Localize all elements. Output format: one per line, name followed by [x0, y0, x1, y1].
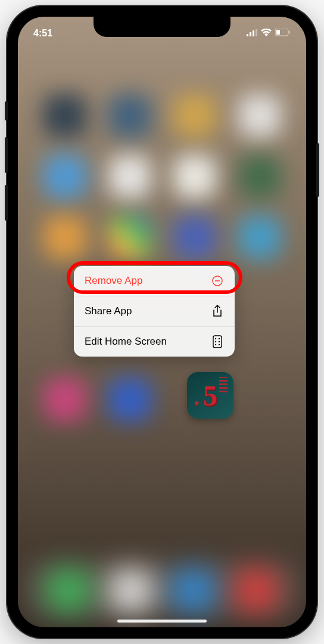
remove-app-item[interactable]: Remove App: [74, 266, 235, 296]
svg-point-12: [215, 341, 216, 342]
icon-row: [18, 378, 306, 421]
wifi-icon: [261, 28, 272, 39]
blurred-app-icon: [43, 94, 86, 137]
blurred-app-icon: [238, 378, 281, 421]
blurred-dock-icon: [47, 569, 90, 612]
minus-circle-icon: [211, 274, 224, 287]
svg-rect-0: [247, 34, 248, 36]
svg-point-13: [219, 341, 220, 342]
home-indicator[interactable]: [117, 620, 207, 623]
blurred-dock-icon: [172, 569, 215, 612]
status-time: 4:51: [33, 28, 52, 39]
blurred-app-icon: [43, 378, 86, 421]
svg-rect-2: [253, 30, 254, 36]
battery-icon: [275, 28, 291, 39]
selected-app-icon[interactable]: 5 ♥: [187, 372, 233, 419]
icon-row: [18, 216, 306, 259]
heart-icon: ♥: [194, 398, 199, 408]
blurred-app-icon: [108, 155, 151, 198]
blurred-dock-icon: [235, 569, 278, 612]
blurred-app-icon: [43, 155, 86, 198]
ruler-icon: [219, 377, 228, 392]
blurred-app-icon: [173, 216, 216, 259]
blurred-app-icon: [108, 378, 151, 421]
volume-down: [5, 185, 8, 221]
blurred-app-icon: [238, 155, 281, 198]
share-app-item[interactable]: Share App: [74, 296, 235, 327]
svg-rect-3: [256, 29, 257, 36]
phone-frame: 4:51: [7, 6, 317, 638]
apps-icon: [211, 335, 224, 348]
menu-label: Edit Home Screen: [85, 336, 167, 348]
menu-label: Remove App: [85, 275, 142, 287]
edit-home-screen-item[interactable]: Edit Home Screen: [74, 327, 235, 357]
power-button: [316, 143, 319, 197]
svg-rect-5: [276, 30, 280, 35]
blurred-app-icon: [238, 216, 281, 259]
svg-point-14: [215, 344, 216, 345]
notch: [94, 17, 230, 37]
blurred-app-icon: [173, 155, 216, 198]
blurred-dock-icon: [110, 569, 152, 612]
svg-rect-9: [213, 336, 222, 348]
status-icons: [247, 28, 291, 39]
svg-rect-6: [289, 31, 290, 33]
svg-point-11: [219, 338, 220, 339]
svg-rect-1: [250, 32, 251, 36]
dock: [18, 569, 306, 612]
app-context-menu: Remove App Share App Edit Home Screen: [74, 266, 235, 357]
svg-point-15: [219, 344, 220, 345]
volume-up: [5, 137, 8, 173]
blurred-app-icon: [43, 216, 86, 259]
icon-row: [18, 155, 306, 198]
blurred-app-icon: [108, 216, 151, 259]
cellular-icon: [247, 28, 257, 39]
screen: 4:51: [18, 17, 306, 627]
svg-point-10: [215, 338, 216, 339]
menu-label: Share App: [85, 305, 132, 317]
share-icon: [211, 305, 224, 318]
app-number-glyph: 5: [203, 379, 217, 412]
icon-row: [18, 94, 306, 137]
blurred-app-icon: [238, 94, 281, 137]
blurred-app-icon: [173, 94, 216, 137]
mute-switch: [5, 101, 8, 120]
blurred-app-icon: [108, 94, 151, 137]
